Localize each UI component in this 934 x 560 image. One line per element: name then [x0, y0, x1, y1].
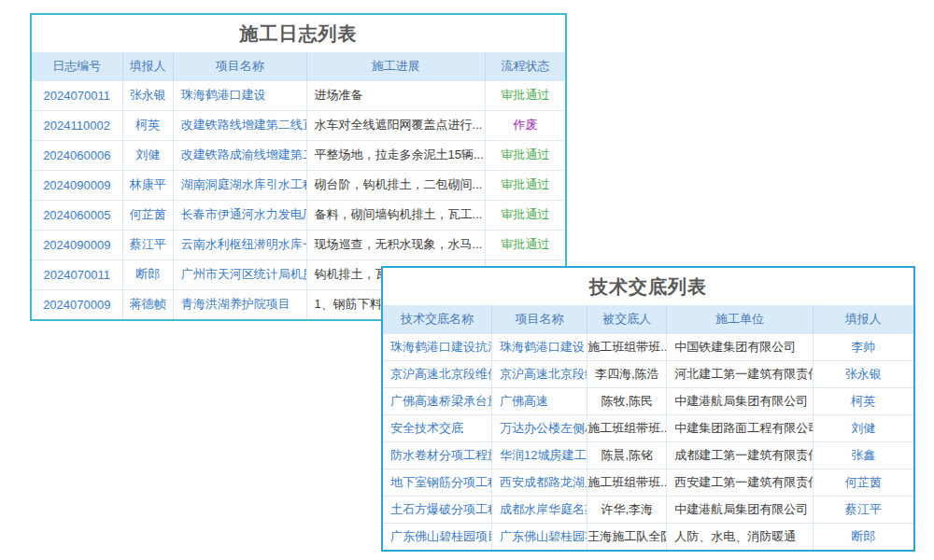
log-table-row: 2024090009 林康平 湖南洞庭湖水库引水工程... 砌台阶，钩机排土，二… [32, 170, 565, 200]
log-progress-text: 砌台阶，钩机排土，二包砌间... [306, 170, 485, 200]
log-col-header-project: 项目名称 [173, 52, 306, 80]
disclosure-reporter-link[interactable]: 刘健 [813, 414, 913, 441]
log-project-link[interactable]: 云南水利枢纽潜明水库一... [173, 230, 306, 259]
log-id-link[interactable]: 2024070011 [32, 259, 122, 289]
log-progress-text: 进场准备 [306, 80, 485, 110]
log-table-row: 2024090009 蔡江平 云南水利枢纽潜明水库一... 现场巡查，无积水现象… [32, 230, 565, 259]
disclosure-project-link[interactable]: 京沪高速北京段维修 [491, 360, 587, 387]
disclosure-name-link[interactable]: 广东佛山碧桂园项目... [383, 523, 491, 550]
technical-disclosure-table: 技术交底名称 项目名称 被交底人 施工单位 填报人 珠海鹤港口建设抗浮... 珠… [383, 305, 913, 550]
log-reporter-link[interactable]: 柯英 [122, 110, 173, 140]
disclosure-table-row: 京沪高速北京段维修... 京沪高速北京段维修 李四海,陈浩 河北建工第一建筑有限… [383, 360, 913, 387]
disclosure-project-link[interactable]: 成都水岸华庭名苑... [491, 496, 587, 523]
disclosure-project-link[interactable]: 广东佛山碧桂园项目 [491, 523, 587, 550]
log-reporter-link[interactable]: 林康平 [122, 170, 173, 200]
disclosure-reporter-link[interactable]: 断郎 [813, 523, 913, 550]
log-progress-text: 水车对全线遮阳网覆盖点进行... [306, 110, 485, 140]
log-id-link[interactable]: 2024060006 [32, 140, 122, 170]
disclosure-recipient-text: 施工班组带班... [587, 414, 667, 441]
disclosure-recipient-text: 施工班组带班... [587, 469, 667, 496]
disclosure-reporter-link[interactable]: 张永银 [813, 360, 913, 387]
disclosure-table-row: 广东佛山碧桂园项目... 广东佛山碧桂园项目 王海施工队全队 人防、水电、消防暖… [383, 523, 913, 550]
disclosure-recipient-text: 王海施工队全队 [587, 523, 667, 550]
disclosure-table-row: 土石方爆破分项工程... 成都水岸华庭名苑... 许华,李海 中建港航局集团有限… [383, 496, 913, 523]
disclosure-project-link[interactable]: 广佛高速 [491, 387, 587, 414]
log-col-header-status: 流程状态 [485, 52, 565, 80]
disclosure-table-row: 广佛高速桥梁承台施... 广佛高速 陈牧,陈民 中建港航局集团有限公司 柯英 [383, 387, 913, 414]
disclosure-company-text: 人防、水电、消防暖通 [667, 523, 813, 550]
log-reporter-link[interactable]: 张永银 [122, 80, 173, 110]
disclosure-name-link[interactable]: 地下室钢筋分项工程... [383, 469, 491, 496]
log-reporter-link[interactable]: 蔡江平 [122, 230, 173, 259]
disclosure-project-link[interactable]: 珠海鹤港口建设 [491, 333, 587, 360]
disclosure-company-text: 中建港航局集团有限公司 [667, 496, 813, 523]
disclosure-name-link[interactable]: 土石方爆破分项工程... [383, 496, 491, 523]
disclosure-header-row: 技术交底名称 项目名称 被交底人 施工单位 填报人 [383, 305, 913, 333]
disclosure-company-text: 中建集团路面工程有限公司 [667, 414, 813, 441]
disclosure-project-link[interactable]: 西安成都路龙湖上... [491, 469, 587, 496]
disclosure-company-text: 河北建工第一建筑有限责任公司 [667, 360, 813, 387]
log-id-link[interactable]: 2024090009 [32, 230, 122, 259]
technical-disclosure-panel: 技术交底列表 技术交底名称 项目名称 被交底人 施工单位 填报人 珠海鹤港口建设… [381, 266, 915, 552]
log-status-badge: 作废 [485, 110, 565, 140]
log-header-row: 日志编号 填报人 项目名称 施工进展 流程状态 [32, 52, 565, 80]
disclosure-reporter-link[interactable]: 蔡江平 [813, 496, 913, 523]
log-status-badge: 审批通过 [485, 230, 565, 259]
log-id-link[interactable]: 2024070011 [32, 80, 122, 110]
disclosure-recipient-text: 许华,李海 [587, 496, 667, 523]
disclosure-table-title: 技术交底列表 [383, 268, 913, 305]
log-progress-text: 现场巡查，无积水现象，水马... [306, 230, 485, 259]
disclosure-reporter-link[interactable]: 柯英 [813, 387, 913, 414]
disclosure-table-row: 防水卷材分项工程施... 华润12城房建工... 陈晨,陈铭 成都建工第一建筑有… [383, 441, 913, 469]
disclosure-col-header-name: 技术交底名称 [383, 305, 491, 333]
log-project-link[interactable]: 改建铁路线增建第二线直... [173, 110, 306, 140]
log-id-link[interactable]: 2024070009 [32, 289, 122, 319]
disclosure-col-header-project: 项目名称 [491, 305, 587, 333]
disclosure-recipient-text: 陈牧,陈民 [587, 387, 667, 414]
log-progress-text: 备料，砌间墙钩机排土，瓦工... [306, 200, 485, 230]
log-col-header-progress: 施工进展 [306, 52, 485, 80]
disclosure-table-row: 地下室钢筋分项工程... 西安成都路龙湖上... 施工班组带班... 西安建工第… [383, 469, 913, 496]
log-reporter-link[interactable]: 蒋德帧 [122, 289, 173, 319]
log-id-link[interactable]: 2024110002 [32, 110, 122, 140]
disclosure-reporter-link[interactable]: 何芷茵 [813, 469, 913, 496]
log-project-link[interactable]: 长春市伊通河水力发电厂... [173, 200, 306, 230]
log-progress-text: 平整场地，拉走多余泥土15辆... [306, 140, 485, 170]
log-project-link[interactable]: 珠海鹤港口建设 [173, 80, 306, 110]
disclosure-col-header-recipient: 被交底人 [587, 305, 667, 333]
disclosure-table-body: 珠海鹤港口建设抗浮... 珠海鹤港口建设 施工班组带班... 中国铁建集团有限公… [383, 333, 913, 550]
log-project-link[interactable]: 湖南洞庭湖水库引水工程... [173, 170, 306, 200]
disclosure-table-header: 技术交底名称 项目名称 被交底人 施工单位 填报人 [383, 305, 913, 333]
log-status-badge: 审批通过 [485, 80, 565, 110]
disclosure-reporter-link[interactable]: 张鑫 [813, 441, 913, 469]
log-id-link[interactable]: 2024060005 [32, 200, 122, 230]
disclosure-name-link[interactable]: 防水卷材分项工程施... [383, 441, 491, 469]
disclosure-name-link[interactable]: 珠海鹤港口建设抗浮... [383, 333, 491, 360]
disclosure-reporter-link[interactable]: 李帅 [813, 333, 913, 360]
log-reporter-link[interactable]: 刘健 [122, 140, 173, 170]
disclosure-company-text: 成都建工第一建筑有限责任公司 [667, 441, 813, 469]
log-reporter-link[interactable]: 断郎 [122, 259, 173, 289]
disclosure-project-link[interactable]: 万达办公楼左侧A... [491, 414, 587, 441]
disclosure-company-text: 中国铁建集团有限公司 [667, 333, 813, 360]
log-project-link[interactable]: 青海洪湖养护院项目 [173, 289, 306, 319]
disclosure-name-link[interactable]: 广佛高速桥梁承台施... [383, 387, 491, 414]
disclosure-company-text: 中建港航局集团有限公司 [667, 387, 813, 414]
disclosure-project-link[interactable]: 华润12城房建工... [491, 441, 587, 469]
log-reporter-link[interactable]: 何芷茵 [122, 200, 173, 230]
log-status-badge: 审批通过 [485, 140, 565, 170]
disclosure-name-link[interactable]: 京沪高速北京段维修... [383, 360, 491, 387]
disclosure-recipient-text: 李四海,陈浩 [587, 360, 667, 387]
disclosure-name-link[interactable]: 安全技术交底 [383, 414, 491, 441]
log-table-row: 2024060005 何芷茵 长春市伊通河水力发电厂... 备料，砌间墙钩机排土… [32, 200, 565, 230]
log-id-link[interactable]: 2024090009 [32, 170, 122, 200]
log-table-header: 日志编号 填报人 项目名称 施工进展 流程状态 [32, 52, 565, 80]
disclosure-recipient-text: 陈晨,陈铭 [587, 441, 667, 469]
log-project-link[interactable]: 改建铁路成渝线增建第二... [173, 140, 306, 170]
log-col-header-id: 日志编号 [32, 52, 122, 80]
disclosure-col-header-company: 施工单位 [667, 305, 813, 333]
disclosure-recipient-text: 施工班组带班... [587, 333, 667, 360]
disclosure-company-text: 西安建工第一建筑有限责任公司 [667, 469, 813, 496]
disclosure-col-header-reporter: 填报人 [813, 305, 913, 333]
log-project-link[interactable]: 广州市天河区统计局机房... [173, 259, 306, 289]
